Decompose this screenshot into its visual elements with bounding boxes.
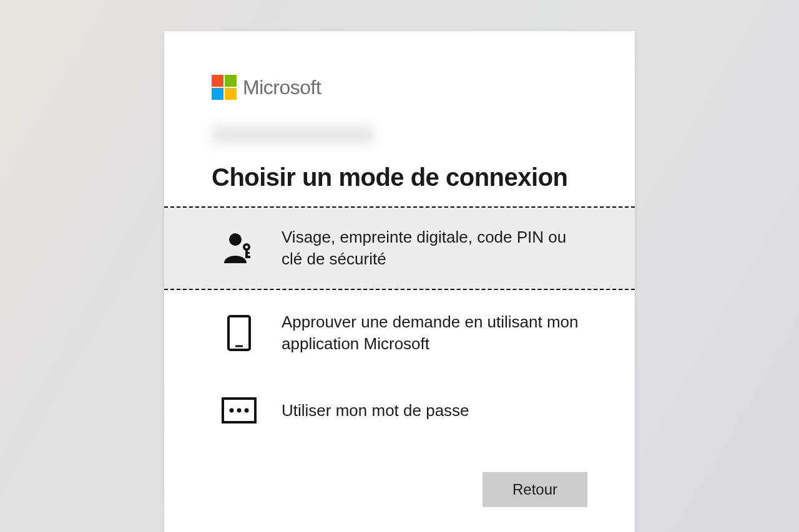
microsoft-logo: Microsoft <box>212 75 587 100</box>
option-label: Visage, empreinte digitale, code PIN ou … <box>282 226 587 270</box>
svg-rect-4 <box>245 256 250 258</box>
back-button[interactable]: Retour <box>483 472 587 507</box>
password-dots-icon <box>222 397 257 423</box>
svg-point-10 <box>237 409 242 413</box>
card-header: Microsoft Choisir un mode de connexion <box>164 31 635 206</box>
svg-point-2 <box>245 246 248 249</box>
option-label: Approuver une demande en utilisant mon a… <box>282 311 587 355</box>
svg-point-0 <box>229 233 242 246</box>
signin-options-list: Visage, empreinte digitale, code PIN ou … <box>164 206 635 445</box>
svg-point-9 <box>230 409 234 413</box>
option-password[interactable]: Utiliser mon mot de passe <box>164 376 635 445</box>
person-key-icon <box>222 232 257 264</box>
option-authenticator-app[interactable]: Approuver une demande en utilisant mon a… <box>164 290 635 376</box>
svg-rect-6 <box>228 316 250 350</box>
signin-card: Microsoft Choisir un mode de connexion V… <box>164 31 635 532</box>
option-label: Utiliser mon mot de passe <box>282 400 469 422</box>
option-windows-hello[interactable]: Visage, empreinte digitale, code PIN ou … <box>164 206 635 290</box>
page-title: Choisir un mode de connexion <box>212 163 587 206</box>
microsoft-logo-icon <box>212 75 237 100</box>
svg-point-11 <box>245 409 249 413</box>
account-email-blurred <box>212 126 374 143</box>
brand-name: Microsoft <box>243 76 321 99</box>
card-footer: Retour <box>164 457 635 507</box>
svg-rect-5 <box>245 252 250 254</box>
phone-icon <box>222 315 257 351</box>
